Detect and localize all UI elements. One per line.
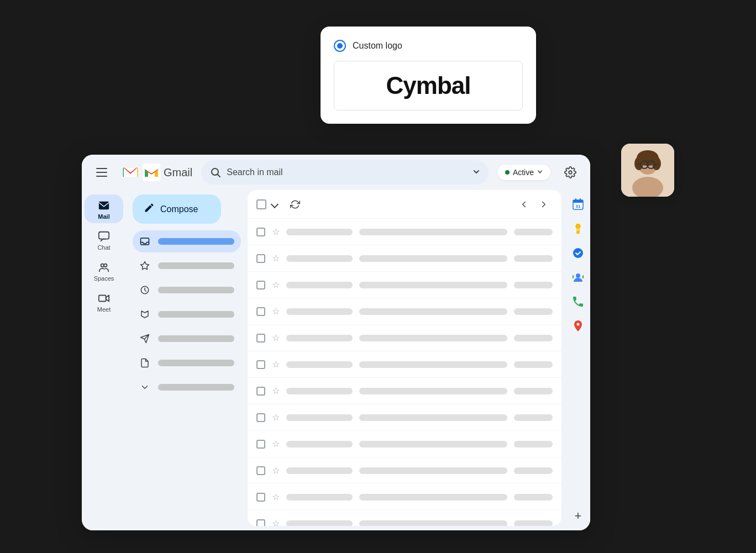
row-content [286,467,553,474]
active-status-badge[interactable]: Active [497,165,550,180]
table-row[interactable]: ☆ [248,219,561,245]
row-star-icon[interactable]: ☆ [271,519,281,526]
draft-bar [158,360,234,366]
row-content [286,388,553,394]
folder-item-more[interactable] [133,376,241,398]
table-row[interactable]: ☆ [248,272,561,298]
row-star-icon[interactable]: ☆ [271,360,281,370]
row-star-icon[interactable]: ☆ [271,439,281,449]
row-star-icon[interactable]: ☆ [271,466,281,476]
row-checkbox[interactable] [256,387,265,396]
table-row[interactable]: ☆ [248,431,561,457]
sender-bar [286,229,353,235]
refresh-button[interactable] [286,196,304,213]
sent-icon [139,334,150,344]
sidebar-item-spaces[interactable]: Spaces [85,256,123,285]
row-star-icon[interactable]: ☆ [271,227,281,237]
google-contacts-icon[interactable] [568,267,588,287]
subject-bar [359,282,507,288]
search-dropdown-icon[interactable] [473,168,480,177]
table-row[interactable]: ☆ [248,510,561,526]
row-star-icon[interactable]: ☆ [271,492,281,502]
hamburger-line-2 [96,172,107,173]
settings-button[interactable] [559,161,581,183]
row-star-icon[interactable]: ☆ [271,254,281,264]
subject-bar [359,335,507,341]
google-calendar-icon[interactable]: 31 [568,194,588,214]
date-bar [514,282,553,288]
folder-item-snoozed[interactable] [133,279,241,301]
google-maps-icon[interactable] [568,316,588,336]
date-bar [514,308,553,315]
svg-point-30 [576,273,580,278]
google-meet-call-icon[interactable] [568,292,588,312]
row-checkbox[interactable] [256,281,265,289]
folder-item-sent[interactable] [133,328,241,350]
google-keep-icon[interactable] [568,219,588,239]
table-row[interactable]: ☆ [248,298,561,325]
sidebar-item-mail[interactable]: Mail [85,194,123,223]
hamburger-button[interactable] [91,161,113,183]
more-bar [158,384,234,391]
table-row[interactable]: ☆ [248,325,561,351]
svg-point-18 [104,264,107,267]
row-checkbox[interactable] [256,360,265,369]
row-checkbox[interactable] [256,466,265,475]
search-bar[interactable]: Search in mail [201,160,489,185]
user-avatar-card[interactable] [621,144,674,197]
table-row[interactable]: ☆ [248,351,561,378]
row-checkbox[interactable] [256,519,265,526]
row-checkbox[interactable] [256,307,265,316]
subject-bar [359,308,507,315]
table-row[interactable]: ☆ [248,378,561,404]
select-dropdown-arrow[interactable] [271,200,279,208]
compose-button[interactable]: Compose [133,194,221,224]
subject-bar [359,414,507,421]
svg-line-14 [218,175,221,177]
sidebar-item-chat[interactable]: Chat [85,225,123,254]
table-row[interactable]: ☆ [248,404,561,431]
folder-item-important[interactable] [133,303,241,325]
row-checkbox[interactable] [256,493,265,502]
search-icon [210,167,221,178]
gmail-body: Mail Chat [82,190,590,530]
next-page-button[interactable] [535,196,553,213]
row-star-icon[interactable]: ☆ [271,386,281,396]
row-checkbox[interactable] [256,334,265,343]
table-row[interactable]: ☆ [248,245,561,272]
inbox-icon [139,236,150,246]
table-row[interactable]: ☆ [248,484,561,510]
select-all-checkbox[interactable] [256,199,266,209]
subject-bar [359,494,507,501]
sidebar-item-meet[interactable]: Meet [85,287,123,316]
compose-pencil-icon [144,202,155,216]
folder-item-draft[interactable] [133,352,241,374]
row-checkbox[interactable] [256,413,265,422]
row-star-icon[interactable]: ☆ [271,307,281,317]
row-checkbox[interactable] [256,254,265,263]
svg-text:31: 31 [576,204,581,209]
table-row[interactable]: ☆ [248,457,561,484]
mail-list: ☆ ☆ [248,219,561,526]
date-bar [514,467,553,474]
google-tasks-icon[interactable] [568,243,588,263]
row-star-icon[interactable]: ☆ [271,413,281,423]
row-checkbox[interactable] [256,228,265,236]
add-apps-button[interactable]: + [568,506,588,526]
row-checkbox[interactable] [256,440,265,449]
folder-item-starred[interactable] [133,255,241,277]
gmail-wordmark: Gmail [164,166,192,179]
meet-icon [98,292,110,305]
svg-rect-32 [582,275,584,278]
sender-bar [286,361,353,368]
mail-icon [98,199,110,212]
cymbal-brand-name: Cymbal [386,72,471,99]
prev-page-button[interactable] [515,196,533,213]
row-content [286,229,553,235]
row-star-icon[interactable]: ☆ [271,280,281,290]
radio-button-selected[interactable] [334,40,346,52]
active-dropdown-icon [537,168,543,176]
folder-item-inbox[interactable] [133,230,241,252]
cymbal-logo-box: Cymbal [334,61,523,110]
row-star-icon[interactable]: ☆ [271,333,281,343]
